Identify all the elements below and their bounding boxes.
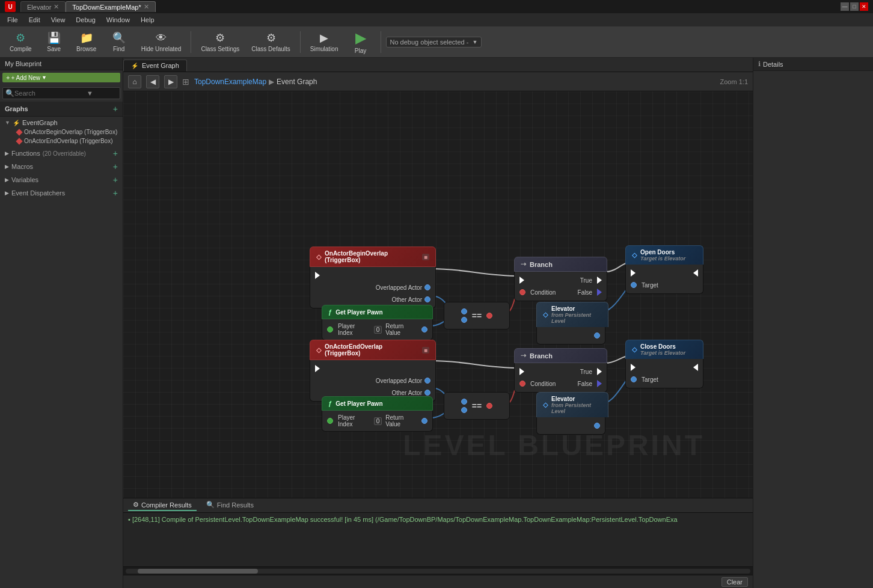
overlapped-actor-pin-end[interactable]	[424, 378, 430, 384]
close-doors-exec-row	[626, 361, 703, 373]
search-icon: 🔍	[5, 89, 14, 97]
variables-add-icon[interactable]: +	[113, 175, 118, 185]
close-doors-target-row: Target	[626, 373, 703, 385]
bottom-tabs: ⚙ Compiler Results 🔍 Find Results	[123, 498, 753, 513]
on-actor-begin-overlap-item[interactable]: OnActorBeginOverlap (TriggerBox)	[0, 127, 123, 136]
other-actor-pin-end[interactable]	[424, 390, 430, 396]
node-header-close-doors: ◇ Close Doors Target is Elevator	[625, 340, 703, 359]
overlapped-actor-pin[interactable]	[424, 284, 430, 290]
variables-section-header[interactable]: ▶ Variables +	[0, 173, 123, 186]
menu-help[interactable]: Help	[136, 15, 159, 25]
player-index-pin-2[interactable]	[327, 418, 333, 424]
close-button[interactable]: ✕	[860, 2, 868, 11]
eq2-out-pin[interactable]	[486, 403, 492, 409]
graphs-add-icon[interactable]: +	[113, 104, 118, 114]
branch1-condition-row: Condition False	[515, 286, 607, 298]
forward-button[interactable]: ▶	[164, 75, 177, 88]
close-doors-target-pin[interactable]	[631, 376, 637, 382]
elev2-out-row	[537, 420, 605, 432]
open-doors-target-pin[interactable]	[631, 282, 637, 288]
event-dispatchers-section-header[interactable]: ▶ Event Dispatchers +	[0, 186, 123, 200]
eq2-pin-bot[interactable]	[461, 407, 467, 413]
return-value-pin-2[interactable]	[421, 418, 427, 424]
clear-button[interactable]: Clear	[721, 577, 748, 587]
wires-layer	[123, 91, 753, 498]
functions-add-icon[interactable]: +	[113, 149, 118, 158]
menu-file[interactable]: File	[2, 15, 23, 25]
compiler-result-line: • [2648,11] Compile of PersistentLevel.T…	[128, 515, 748, 524]
debug-filter-dropdown[interactable]: No debug object selected - ▼	[386, 37, 482, 47]
node-body-open-doors: Target	[625, 265, 703, 294]
get-player-pawn-1-node[interactable]: ƒ Get Player Pawn Player Index 0 Return …	[322, 305, 433, 340]
tab-close-icon-2[interactable]: ✕	[144, 3, 149, 11]
event-dispatchers-add-icon[interactable]: +	[113, 188, 118, 198]
player-index-pin-1[interactable]	[327, 326, 333, 332]
branch2-true-pin: True	[578, 368, 602, 375]
tab-close-icon[interactable]: ✕	[54, 3, 59, 11]
eq1-out-pin[interactable]	[486, 313, 492, 319]
my-blueprint-label: My Blueprint	[5, 60, 41, 67]
menu-view[interactable]: View	[46, 15, 70, 25]
class-defaults-button[interactable]: ⚙ Class Defaults	[247, 29, 295, 55]
class-settings-button[interactable]: ⚙ Class Settings	[196, 29, 244, 55]
elevator-2-node[interactable]: ◇ Elevator from Persistent Level	[536, 392, 605, 435]
macros-section-header[interactable]: ▶ Macros +	[0, 160, 123, 173]
expand-icon: ▼	[5, 120, 10, 126]
eq1-pin-bot[interactable]	[461, 317, 467, 323]
add-new-button[interactable]: + + Add New ▼	[2, 73, 120, 82]
hide-unrelated-button[interactable]: 👁 Hide Unrelated	[136, 29, 186, 55]
equals-node-2[interactable]: ==	[444, 392, 510, 420]
simulation-button[interactable]: ▶ Simulation	[305, 29, 343, 55]
scrollbar-thumb[interactable]	[138, 569, 258, 574]
functions-section-header[interactable]: ▶ Functions (20 Overridable) +	[0, 147, 123, 160]
branch2-condition-pin[interactable]	[519, 381, 525, 387]
event-graph-item[interactable]: ▼ ⚡ EventGraph	[0, 118, 123, 127]
find-button[interactable]: 🔍 Find	[104, 29, 134, 55]
elevator-1-node[interactable]: ◇ Elevator from Persistent Level	[536, 302, 605, 345]
menu-window[interactable]: Window	[102, 15, 135, 25]
maximize-button[interactable]: □	[850, 2, 859, 11]
return-value-pin-1[interactable]	[421, 326, 427, 332]
equals-node-1[interactable]: ==	[444, 302, 510, 329]
bottom-content: • [2648,11] Compile of PersistentLevel.T…	[123, 513, 753, 566]
open-doors-node[interactable]: ◇ Open Doors Target is Elevator Target	[625, 245, 703, 294]
branch-2-node[interactable]: ⇢ Branch True Condition	[514, 348, 607, 393]
node-close-icon[interactable]: ■	[422, 254, 429, 260]
tab-elevator[interactable]: Elevator ✕	[20, 1, 66, 12]
minimize-button[interactable]: —	[841, 2, 849, 11]
on-actor-begin-overlap-node[interactable]: ◇ OnActorBeginOverlap (TriggerBox) ■ Ove…	[310, 247, 436, 308]
on-actor-end-overlap-item[interactable]: OnActorEndOverlap (TriggerBox)	[0, 136, 123, 145]
compiler-results-tab[interactable]: ⚙ Compiler Results	[128, 500, 197, 511]
browse-button[interactable]: 📁 Browse	[72, 29, 102, 55]
search-box[interactable]: 🔍 ▼	[2, 87, 120, 99]
back-button[interactable]: ◀	[146, 75, 159, 88]
close-doors-node[interactable]: ◇ Close Doors Target is Elevator Target	[625, 340, 703, 388]
elev1-out-pin[interactable]	[594, 332, 600, 338]
node-header-elev1: ◇ Elevator from Persistent Level	[536, 302, 608, 327]
get-player-pawn-2-node[interactable]: ƒ Get Player Pawn Player Index 0 Return …	[322, 396, 433, 432]
menu-debug[interactable]: Debug	[71, 15, 100, 25]
functions-expand-icon: ▶	[5, 150, 9, 156]
elev2-out-pin[interactable]	[594, 423, 600, 429]
save-button[interactable]: 💾 Save	[39, 29, 69, 55]
home-button[interactable]: ⌂	[128, 75, 141, 88]
branch1-condition-pin[interactable]	[519, 289, 525, 295]
compile-button[interactable]: ⚙ Compile	[5, 29, 37, 55]
eq1-pin-top[interactable]	[461, 308, 467, 314]
search-options-icon[interactable]: ▼	[87, 90, 93, 97]
tab-topdown[interactable]: TopDownExampleMap* ✕	[66, 1, 155, 12]
blueprint-canvas[interactable]: ◇ OnActorBeginOverlap (TriggerBox) ■ Ove…	[123, 91, 753, 498]
macros-add-icon[interactable]: +	[113, 162, 118, 171]
event-graph-tab[interactable]: ⚡ Event Graph	[123, 60, 187, 72]
find-results-tab[interactable]: 🔍 Find Results	[201, 500, 259, 511]
play-button[interactable]: ▶ Play	[346, 27, 376, 57]
search-input[interactable]	[14, 90, 87, 97]
eq2-pin-top[interactable]	[461, 399, 467, 405]
branch-1-node[interactable]: ⇢ Branch True Co	[514, 257, 607, 301]
node-close-icon-end[interactable]: ■	[422, 347, 429, 354]
menu-edit[interactable]: Edit	[24, 15, 45, 25]
horizontal-scrollbar[interactable]	[126, 569, 750, 574]
app-logo: U	[5, 1, 16, 12]
other-actor-pin[interactable]	[424, 296, 430, 302]
on-actor-end-overlap-node[interactable]: ◇ OnActorEndOverlap (TriggerBox) ■ Overl…	[310, 340, 436, 402]
